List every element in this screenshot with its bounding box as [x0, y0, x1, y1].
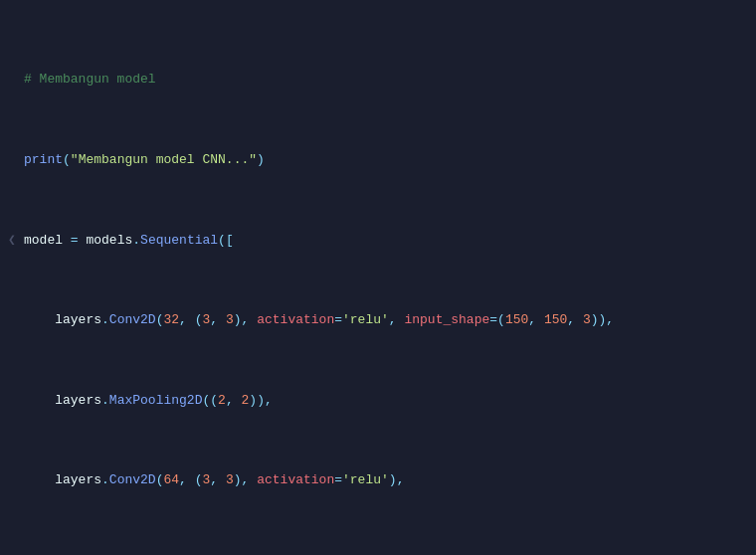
line-content: layers.MaxPooling2D((2, 2)), — [24, 391, 748, 411]
code-line: ❮ model = models.Sequential([ — [0, 231, 756, 251]
line-gutter — [8, 391, 18, 411]
code-line: layers.Conv2D(64, (3, 3), activation='re… — [0, 470, 756, 490]
code-line: layers.MaxPooling2D((2, 2)), — [0, 551, 756, 555]
line-gutter: ❮ — [8, 231, 18, 251]
line-gutter — [8, 470, 18, 490]
code-line: layers.MaxPooling2D((2, 2)), — [0, 391, 756, 411]
line-gutter — [8, 70, 18, 90]
line-gutter — [8, 310, 18, 330]
code-editor[interactable]: # Membangun model print("Membangun model… — [0, 0, 756, 555]
code-line: print("Membangun model CNN...") — [0, 150, 756, 170]
code-line: # Membangun model — [0, 70, 756, 90]
line-content: print("Membangun model CNN...") — [24, 150, 748, 170]
line-gutter — [8, 150, 18, 170]
line-gutter — [8, 551, 18, 555]
line-content: layers.Conv2D(64, (3, 3), activation='re… — [24, 470, 748, 490]
line-content: layers.Conv2D(32, (3, 3), activation='re… — [24, 310, 748, 330]
code-line: layers.Conv2D(32, (3, 3), activation='re… — [0, 310, 756, 330]
line-content: # Membangun model — [24, 70, 748, 90]
line-content: model = models.Sequential([ — [24, 231, 748, 251]
line-content: layers.MaxPooling2D((2, 2)), — [24, 551, 748, 555]
